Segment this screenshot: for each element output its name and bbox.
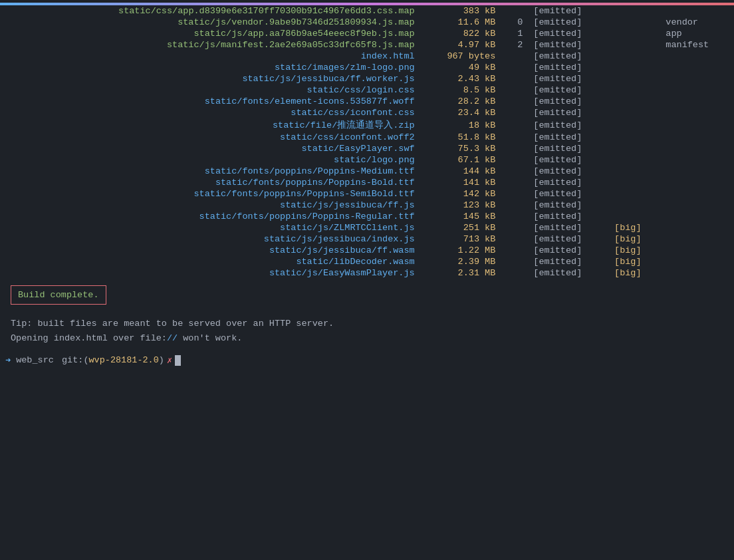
file-size: 145 kB [420, 211, 501, 222]
table-row: static/css/app.d8399e6e3170ff70300b91c49… [0, 5, 734, 17]
file-tag [609, 143, 660, 154]
table-row: static/fonts/element-icons.535877f.woff2… [0, 96, 734, 107]
table-row: static/fonts/poppins/Poppins-Regular.ttf… [0, 211, 734, 222]
file-table: static/css/app.d8399e6e3170ff70300b91c49… [0, 5, 734, 279]
file-size: 75.3 kB [420, 143, 501, 154]
file-index [501, 211, 528, 222]
file-emitted: [emitted] [528, 245, 609, 256]
table-row: static/js/jessibuca/index.js713 kB[emitt… [0, 233, 734, 245]
file-name: static/js/jessibuca/ff.worker.js [0, 73, 420, 84]
file-name: static/fonts/poppins/Poppins-Bold.ttf [0, 177, 420, 188]
file-name: static/fonts/poppins/Poppins-Medium.ttf [0, 166, 420, 177]
file-name: static/file/推流通道导入.zip [0, 118, 420, 132]
file-name: static/js/app.aa786b9ae54eeec8f9eb.js.ma… [0, 28, 420, 39]
file-size: 713 kB [420, 233, 501, 245]
file-tag [609, 177, 660, 188]
file-name: static/css/app.d8399e6e3170ff70300b91c49… [0, 5, 420, 17]
file-index [501, 51, 528, 62]
file-tag: [big] [609, 233, 660, 245]
file-name: static/js/jessibuca/ff.js [0, 200, 420, 211]
file-index [501, 62, 528, 73]
file-emitted: [emitted] [528, 51, 609, 62]
file-index [501, 84, 528, 96]
build-complete-text: Build complete. [18, 290, 99, 300]
table-row: static/EasyPlayer.swf75.3 kB[emitted] [0, 143, 734, 154]
file-tag: [big] [609, 267, 660, 279]
file-label [660, 200, 734, 211]
file-emitted: [emitted] [528, 73, 609, 84]
file-tag [609, 200, 660, 211]
file-size: 67.1 kB [420, 154, 501, 166]
file-emitted: [emitted] [528, 28, 609, 39]
file-label [660, 51, 734, 62]
build-complete-box: Build complete. [11, 285, 106, 305]
file-index [501, 177, 528, 188]
file-index [501, 132, 528, 143]
file-index [501, 233, 528, 245]
file-tag [609, 84, 660, 96]
file-label [660, 5, 734, 17]
table-row: static/libDecoder.wasm2.39 MB[emitted][b… [0, 256, 734, 267]
file-name: static/libDecoder.wasm [0, 256, 420, 267]
file-emitted: [emitted] [528, 84, 609, 96]
file-tag [609, 166, 660, 177]
file-index: 1 [501, 28, 528, 39]
prompt-arrow: ➜ [5, 354, 11, 366]
file-label [660, 222, 734, 233]
file-tag [609, 39, 660, 51]
file-tag [609, 51, 660, 62]
file-size: 123 kB [420, 200, 501, 211]
file-emitted: [emitted] [528, 143, 609, 154]
tip-line2-pre: Opening index.html over file: [11, 333, 167, 343]
prompt-git-label: git: [57, 355, 84, 365]
file-size: 51.8 kB [420, 132, 501, 143]
file-size: 23.4 kB [420, 107, 501, 118]
table-row: static/fonts/poppins/Poppins-Medium.ttf1… [0, 166, 734, 177]
file-index [501, 73, 528, 84]
file-emitted: [emitted] [528, 107, 609, 118]
file-name: static/css/login.css [0, 84, 420, 96]
file-name: static/js/ZLMRTCClient.js [0, 222, 420, 233]
tip-link[interactable]: // [167, 333, 178, 343]
table-row: static/fonts/poppins/Poppins-SemiBold.tt… [0, 188, 734, 200]
file-name: static/js/jessibuca/index.js [0, 233, 420, 245]
file-index: 2 [501, 39, 528, 51]
table-row: static/css/iconfont.woff251.8 kB[emitted… [0, 132, 734, 143]
file-label [660, 107, 734, 118]
file-size: 967 bytes [420, 51, 501, 62]
file-label [660, 154, 734, 166]
file-tag [609, 118, 660, 132]
table-row: static/css/login.css8.5 kB[emitted] [0, 84, 734, 96]
file-index [501, 256, 528, 267]
file-index [501, 166, 528, 177]
file-emitted: [emitted] [528, 222, 609, 233]
file-index [501, 222, 528, 233]
file-emitted: [emitted] [528, 154, 609, 166]
file-label [660, 267, 734, 279]
file-label [660, 166, 734, 177]
table-row: static/logo.png67.1 kB[emitted] [0, 154, 734, 166]
table-row: static/js/manifest.2ae2e69a05c33dfc65f8.… [0, 39, 734, 51]
table-row: static/js/EasyWasmPlayer.js2.31 MB[emitt… [0, 267, 734, 279]
file-emitted: [emitted] [528, 132, 609, 143]
file-name: index.html [0, 51, 420, 62]
table-row: static/js/ZLMRTCClient.js251 kB[emitted]… [0, 222, 734, 233]
prompt-line: ➜ web_src git: ( wvp-28181-2.0 ) ✗ [0, 352, 734, 368]
file-size: 383 kB [420, 5, 501, 17]
file-emitted: [emitted] [528, 267, 609, 279]
file-tag [609, 154, 660, 166]
file-index [501, 154, 528, 166]
file-label [660, 211, 734, 222]
file-index [501, 5, 528, 17]
file-size: 251 kB [420, 222, 501, 233]
file-name: static/js/manifest.2ae2e69a05c33dfc65f8.… [0, 39, 420, 51]
file-emitted: [emitted] [528, 188, 609, 200]
file-size: 4.97 kB [420, 39, 501, 51]
file-name: static/js/jessibuca/ff.wasm [0, 245, 420, 256]
file-name: static/css/iconfont.css [0, 107, 420, 118]
file-index [501, 200, 528, 211]
table-row: static/js/jessibuca/ff.js123 kB[emitted] [0, 200, 734, 211]
file-label: vendor [660, 17, 734, 28]
file-label [660, 73, 734, 84]
prompt-branch-close: ) [159, 355, 164, 365]
